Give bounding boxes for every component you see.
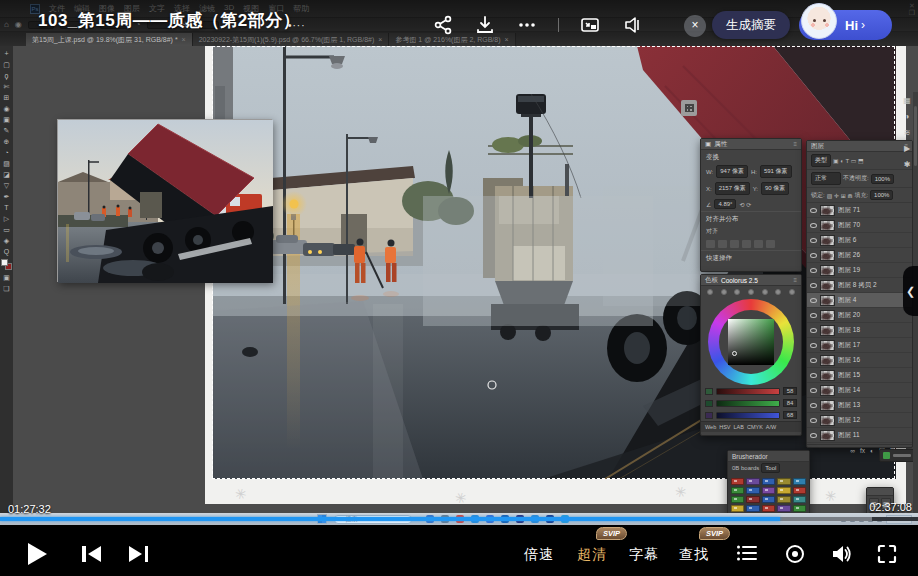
opacity-value: 100%	[871, 174, 894, 184]
quality-button[interactable]: 超清	[577, 546, 607, 564]
layer-row: 图层 12	[807, 413, 912, 428]
layer-row: 图层 70	[807, 218, 912, 233]
avatar	[801, 3, 837, 39]
video-frame[interactable]: Ps 文件编辑图像图层文字选择滤镜3D视图窗口帮助 ✕❐ ⌂ ◉ ◔ ✈ 第15…	[0, 0, 918, 525]
volume-icon[interactable]	[831, 544, 853, 564]
download-icon[interactable]	[474, 14, 496, 36]
layer-visibility-icon	[810, 313, 817, 318]
layer-visibility-icon	[810, 208, 817, 213]
avatar-pill[interactable]: Hi ›	[799, 10, 892, 40]
layers-panel: 图层 ≡ 类型 ▣ ◐ T ▭ ⬒ 正常 不透明度: 100% 锁定: ▨ ✛ …	[806, 140, 913, 448]
layer-row: 图层 8 拷贝 2	[807, 278, 912, 293]
tool-brush-icon: ✎	[0, 125, 13, 136]
tool-marquee-icon: ▢	[0, 59, 13, 70]
tool-clone-stamp-icon: ⊕	[0, 136, 13, 147]
align-buttons	[701, 238, 801, 250]
layer-row: 图层 6	[807, 233, 912, 248]
transform-grid-icon	[681, 100, 697, 116]
play-button[interactable]	[28, 543, 47, 565]
shortcut-chip	[777, 478, 790, 485]
total-time: 02:37:08	[869, 501, 912, 513]
x-field: 2157 像素	[715, 182, 750, 195]
fill-value: 100%	[870, 190, 893, 200]
layer-thumbnail	[820, 295, 835, 306]
layer-thumbnail	[820, 340, 835, 351]
pip-icon[interactable]	[579, 14, 601, 36]
color-wheel-panel: 色板 Coolorus 2.5 ≡ 58 84 68	[700, 274, 802, 436]
playlist-icon[interactable]	[736, 544, 758, 562]
dock-icon: ≋	[904, 128, 911, 137]
ps-tool-strip: +▢ϙ✄⊞◉▣✎⊕◔▨◪▽✒T▷▭◈Q ▣ ❏	[0, 46, 13, 513]
layer-thumbnail	[820, 265, 835, 276]
tool-eraser-icon: ▨	[0, 158, 13, 169]
properties-icon: ▣	[705, 140, 711, 148]
brusherador-tab-tool: Tool	[761, 463, 780, 473]
layer-visibility-icon	[810, 373, 817, 378]
tool-hand-icon: ◈	[0, 235, 13, 246]
shortcut-chip	[793, 478, 806, 485]
layer-row: 图层 4	[807, 293, 912, 308]
share-icon[interactable]	[432, 14, 454, 36]
next-episode-button[interactable]	[126, 546, 148, 562]
speed-button[interactable]: 倍速	[524, 546, 554, 564]
quick-actions-label: 快速操作	[701, 250, 801, 264]
record-icon[interactable]	[785, 544, 805, 564]
brusherador-title: Brusherador	[732, 453, 768, 460]
layer-visibility-icon	[810, 358, 817, 363]
layer-visibility-icon	[810, 328, 817, 333]
screen-mode-icon: ❏	[0, 283, 13, 294]
close-icon[interactable]: ×	[684, 15, 706, 37]
mute-icon[interactable]	[621, 14, 643, 36]
layer-visibility-icon	[810, 298, 817, 303]
generate-summary-button[interactable]: 生成摘要	[712, 11, 790, 39]
tool-shape-icon: ▭	[0, 224, 13, 235]
shortcut-chip	[777, 505, 790, 512]
shortcut-chip	[731, 496, 744, 503]
layer-visibility-icon	[810, 253, 817, 258]
shortcut-chip	[762, 478, 775, 485]
layer-thumbnail	[820, 355, 835, 366]
align-section-label: 对齐并分布	[701, 211, 801, 225]
tool-zoom-icon: Q	[0, 246, 13, 257]
properties-title: 属性	[714, 140, 727, 149]
angle-field: 4.89°	[714, 199, 736, 209]
tool-quick-select-icon: ✄	[0, 81, 13, 92]
tool-type-icon: T	[0, 202, 13, 213]
layer-visibility-icon	[810, 238, 817, 243]
side-drawer-toggle[interactable]: ❮	[903, 266, 918, 316]
tool-history-brush-icon: ◔	[0, 147, 13, 158]
shortcut-chip	[762, 487, 775, 494]
more-icon[interactable]	[516, 14, 538, 36]
blue-slider: 68	[701, 409, 801, 421]
layer-row: 图层 19	[807, 263, 912, 278]
coolorus-tab: Coolorus 2.5	[721, 277, 758, 284]
previous-episode-button[interactable]	[82, 546, 104, 562]
y-field: 90 像素	[761, 182, 789, 195]
width-field: 947 像素	[716, 165, 748, 178]
dock-icon: ▶	[904, 144, 910, 153]
transform-section-label: 变换	[701, 150, 801, 163]
swatches-tab: 色板	[705, 276, 718, 285]
layer-visibility-icon	[810, 403, 817, 408]
subtitles-button[interactable]: 字幕	[629, 546, 659, 564]
progress-bar[interactable]	[0, 517, 918, 521]
layer-row: 图层 26	[807, 248, 912, 263]
svip-badge-quality: SVIP	[596, 527, 627, 540]
layer-visibility-icon	[810, 433, 817, 438]
svip-badge-find: SVIP	[699, 527, 730, 540]
tool-crop-icon: ⊞	[0, 92, 13, 103]
layer-visibility-icon	[810, 283, 817, 288]
layer-filter: 类型	[811, 154, 831, 167]
layer-thumbnail	[820, 415, 835, 426]
dock-icon: ▦	[903, 96, 911, 105]
shortcut-chip	[746, 487, 759, 494]
layer-row: 图层 18	[807, 323, 912, 338]
layer-thumbnail	[820, 310, 835, 321]
shortcut-chip	[731, 478, 744, 485]
fullscreen-icon[interactable]	[877, 544, 897, 564]
ps-pasteboard: ✳ ✳ ✳ ✳	[13, 46, 918, 513]
find-button[interactable]: 查找	[679, 546, 709, 564]
layer-thumbnail	[820, 370, 835, 381]
tool-lasso-icon: ϙ	[0, 70, 13, 81]
tool-move-icon: +	[0, 48, 13, 59]
